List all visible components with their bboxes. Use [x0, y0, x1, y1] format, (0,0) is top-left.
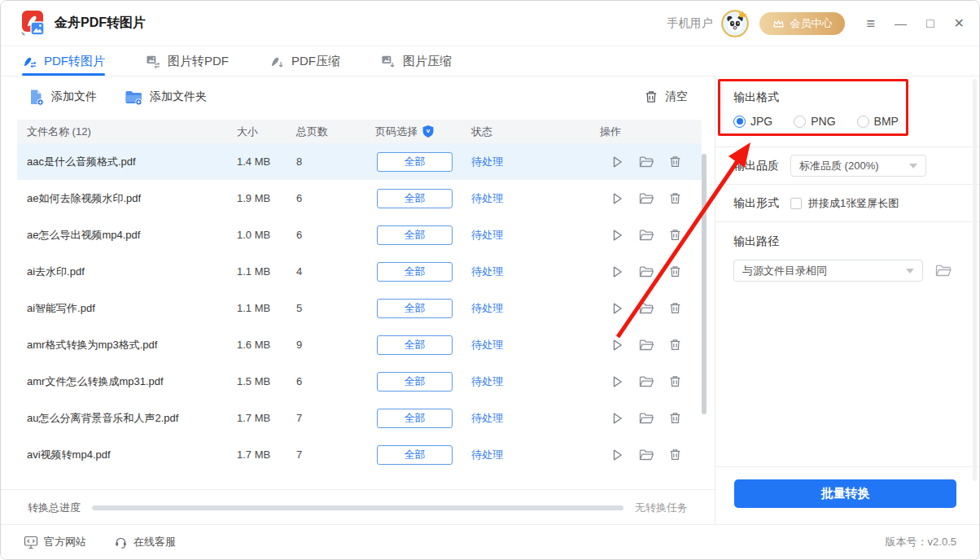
file-name: ae如何去除视频水印.pdf: [27, 191, 237, 206]
delete-icon[interactable]: [668, 374, 682, 388]
row-actions: [600, 191, 702, 206]
open-folder-icon[interactable]: [638, 228, 654, 243]
trash-icon: [644, 90, 658, 104]
batch-convert-button[interactable]: 批量转换: [734, 479, 956, 508]
page-select-button[interactable]: 全部: [377, 335, 453, 355]
play-icon[interactable]: [610, 338, 624, 352]
open-folder-icon[interactable]: [638, 448, 654, 462]
page-select-button[interactable]: 全部: [377, 299, 453, 318]
radio-label: PNG: [811, 115, 835, 128]
open-folder-icon[interactable]: [638, 338, 654, 352]
open-folder-icon[interactable]: [638, 374, 654, 389]
table-row[interactable]: amr文件怎么转换成mp31.pdf 1.5 MB 6 全部 待处理: [17, 363, 702, 400]
menu-icon[interactable]: ≡: [866, 16, 875, 31]
file-pages: 4: [296, 265, 375, 278]
output-format-section: 输出格式 JPG PNG BMP: [715, 77, 980, 147]
add-file-label: 添加文件: [51, 90, 97, 104]
delete-icon[interactable]: [668, 191, 682, 205]
page-select-button[interactable]: 全部: [377, 445, 453, 465]
file-size: 1.1 MB: [237, 265, 296, 278]
official-website-link[interactable]: 官方网站: [24, 535, 86, 549]
output-path-label: 输出路径: [733, 234, 963, 249]
list-toolbar: 添加文件 添加文件夹: [1, 77, 715, 117]
page-select-button[interactable]: 全部: [377, 409, 453, 428]
member-center-button[interactable]: 会员中心: [759, 12, 845, 35]
row-actions: [600, 301, 702, 316]
add-folder-label: 添加文件夹: [150, 90, 207, 104]
tab-pdf-compress[interactable]: PDF压缩: [269, 46, 340, 76]
file-pages: 6: [296, 192, 375, 204]
user-name[interactable]: 手机用户: [667, 16, 712, 31]
format-radio[interactable]: JPG: [733, 115, 772, 128]
play-icon[interactable]: [610, 301, 624, 316]
tab-image-to-pdf[interactable]: 图片转PDF: [146, 46, 229, 76]
table-row[interactable]: avi视频转mp4.pdf 1.7 MB 7 全部 待处理: [17, 436, 702, 473]
page-select-button[interactable]: 全部: [377, 152, 453, 172]
open-folder-icon[interactable]: [638, 191, 654, 206]
user-avatar[interactable]: [720, 9, 750, 38]
play-icon[interactable]: [610, 191, 624, 206]
delete-icon[interactable]: [668, 228, 682, 242]
panel-scrollbar[interactable]: [973, 79, 977, 481]
header-pages: 总页数: [296, 125, 375, 139]
minimize-icon[interactable]: —: [895, 17, 907, 29]
page-select-button[interactable]: 全部: [377, 189, 453, 208]
close-icon[interactable]: ✕: [954, 17, 965, 30]
header-status: 状态: [471, 125, 600, 139]
file-pages: 9: [296, 339, 375, 351]
app-identity: 金舟PDF转图片: [19, 10, 146, 37]
play-icon[interactable]: [610, 265, 624, 279]
online-support-label: 在线客服: [133, 535, 176, 549]
table-row[interactable]: ai智能写作.pdf 1.1 MB 5 全部 待处理: [17, 290, 702, 326]
format-radio[interactable]: BMP: [857, 115, 899, 128]
add-file-button[interactable]: 添加文件: [28, 89, 97, 106]
maximize-icon[interactable]: □: [926, 17, 934, 30]
page-select-button[interactable]: 全部: [377, 372, 453, 392]
open-folder-icon[interactable]: [638, 301, 654, 316]
header-actions: 操作: [600, 125, 702, 139]
open-folder-icon[interactable]: [638, 411, 654, 426]
format-radio[interactable]: PNG: [794, 115, 835, 128]
format-options: JPG PNG BMP: [733, 115, 963, 128]
add-folder-button[interactable]: 添加文件夹: [125, 89, 207, 106]
play-icon[interactable]: [610, 155, 624, 169]
table-scrollbar[interactable]: [702, 154, 707, 414]
delete-icon[interactable]: [668, 338, 682, 352]
tab-image-compress[interactable]: 图片压缩: [381, 46, 452, 76]
footer: 官方网站 在线客服 版本号：v2.0.5: [1, 524, 979, 559]
delete-icon[interactable]: [668, 411, 682, 425]
file-status: 待处理: [471, 228, 600, 243]
file-status: 待处理: [471, 338, 600, 352]
page-select-button[interactable]: 全部: [377, 225, 453, 245]
stitch-checkbox[interactable]: [790, 198, 802, 209]
add-folder-icon: [125, 89, 143, 106]
delete-icon[interactable]: [668, 301, 682, 315]
clear-button[interactable]: 清空: [644, 90, 688, 104]
table-row[interactable]: au怎么分离背景音乐和人声2.pdf 1.7 MB 7 全部 待处理: [17, 400, 702, 436]
table-row[interactable]: ae如何去除视频水印.pdf 1.9 MB 6 全部 待处理: [17, 180, 702, 217]
table-row[interactable]: amr格式转换为mp3格式.pdf 1.6 MB 9 全部 待处理: [17, 326, 702, 363]
file-rows: aac是什么音频格式.pdf 1.4 MB 8 全部 待处理: [17, 143, 702, 473]
quality-dropdown[interactable]: 标准品质 (200%): [790, 155, 926, 177]
online-support-link[interactable]: 在线客服: [114, 535, 176, 549]
browse-folder-icon[interactable]: [934, 263, 952, 278]
path-value: 与源文件目录相同: [742, 264, 827, 278]
play-icon[interactable]: [610, 228, 624, 243]
path-dropdown[interactable]: 与源文件目录相同: [733, 260, 923, 282]
table-row[interactable]: aac是什么音频格式.pdf 1.4 MB 8 全部 待处理: [17, 143, 702, 180]
play-icon[interactable]: [610, 374, 624, 389]
delete-icon[interactable]: [668, 155, 682, 168]
open-folder-icon[interactable]: [638, 265, 654, 279]
play-icon[interactable]: [610, 411, 624, 426]
open-folder-icon[interactable]: [638, 155, 654, 169]
table-row[interactable]: ae怎么导出视频mp4.pdf 1.0 MB 6 全部 待处理: [17, 217, 702, 253]
tab-pdf-to-image[interactable]: PDF转图片: [22, 46, 105, 76]
table-row[interactable]: ai去水印.pdf 1.1 MB 4 全部 待处理: [17, 253, 702, 290]
page-select-button[interactable]: 全部: [377, 262, 453, 282]
app-logo-icon: [19, 10, 46, 37]
file-name: ai去水印.pdf: [27, 265, 237, 279]
monitor-icon: [24, 536, 38, 549]
delete-icon[interactable]: [668, 448, 682, 462]
play-icon[interactable]: [610, 448, 624, 462]
delete-icon[interactable]: [668, 265, 682, 278]
